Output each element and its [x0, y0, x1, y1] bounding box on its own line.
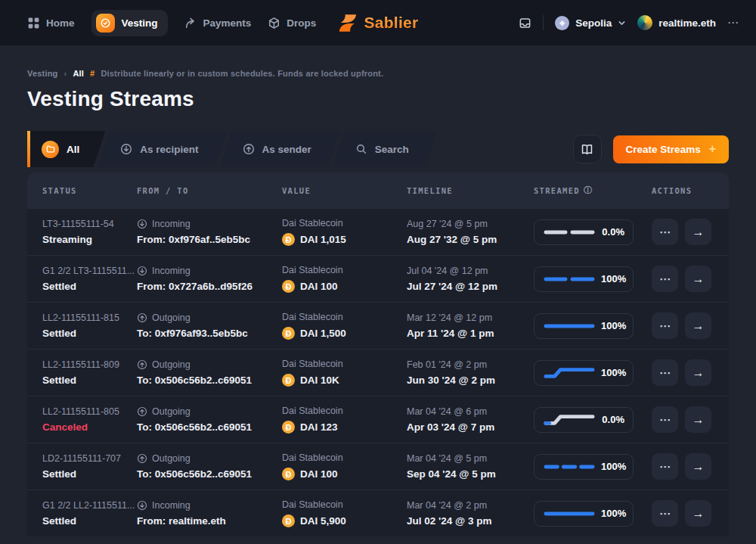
- network-name: Sepolia: [575, 17, 612, 29]
- toolbar: Create Streams +: [573, 135, 729, 163]
- counterparty: To: 0x506c56b2..c69051: [137, 375, 282, 386]
- stream-id: G1 2/2 LL2-1115511...: [42, 500, 137, 511]
- nav-label: Drops: [287, 17, 316, 29]
- table-row[interactable]: LD2-11155111-707 Settled Outgoing To: 0x…: [27, 443, 729, 490]
- row-menu-button[interactable]: ⋯: [652, 219, 678, 245]
- table-row[interactable]: LL2-11155111-815 Settled Outgoing To: 0x…: [27, 302, 729, 349]
- header-status: STATUS: [42, 186, 137, 195]
- breadcrumb-root[interactable]: Vesting: [27, 69, 58, 78]
- tab-search[interactable]: Search: [333, 131, 438, 167]
- streamed-percent: 0.0%: [602, 414, 624, 425]
- row-menu-button[interactable]: ⋯: [652, 453, 678, 480]
- nav-item-drops[interactable]: Drops: [268, 17, 316, 30]
- progress-widget[interactable]: 100%: [534, 360, 634, 386]
- progress-chart: [543, 414, 596, 426]
- create-streams-button[interactable]: Create Streams +: [613, 135, 729, 163]
- from-to-cell: Outgoing To: 0x506c56b2..c69051: [137, 453, 282, 480]
- redirect-arrow-icon: [184, 17, 197, 30]
- row-menu-button[interactable]: ⋯: [652, 266, 678, 292]
- breadcrumb: Vesting › All # Distribute linearly or i…: [27, 69, 729, 78]
- dai-icon: Ð: [282, 374, 295, 387]
- progress-widget[interactable]: 100%: [534, 313, 634, 339]
- nav-item-home[interactable]: Home: [27, 17, 75, 30]
- tab-as-sender[interactable]: As sender: [220, 131, 340, 167]
- counterparty: From: 0x727a6b..d95f26: [137, 281, 282, 292]
- streamed-percent: 100%: [601, 367, 626, 378]
- table-row[interactable]: LL2-11155111-805 Canceled Outgoing To: 0…: [27, 396, 729, 443]
- direction-label: Incoming: [152, 266, 191, 276]
- start-date: Feb 01 '24 @ 2 pm: [407, 359, 534, 370]
- stream-id: LL2-11155111-805: [42, 406, 137, 417]
- value-cell: Dai Stablecoin ÐDAI 100: [282, 265, 407, 293]
- dai-icon: Ð: [282, 233, 295, 246]
- token-name: Dai Stablecoin: [282, 312, 407, 322]
- stream-id: LD2-11155111-707: [42, 453, 137, 464]
- header-from-to: FROM / TO: [137, 186, 282, 195]
- streamed-cell: 0.0%: [534, 407, 652, 433]
- nav-item-vesting[interactable]: Vesting: [91, 10, 168, 36]
- info-icon[interactable]: ⓘ: [584, 185, 593, 196]
- stream-status: Settled: [42, 515, 137, 527]
- docs-book-button[interactable]: [573, 135, 602, 163]
- row-open-button[interactable]: →: [685, 500, 711, 527]
- token-name: Dai Stablecoin: [282, 406, 407, 416]
- header-timeline: TIMELINE: [407, 186, 534, 195]
- start-date: Mar 12 '24 @ 12 pm: [407, 312, 534, 323]
- table-row[interactable]: LL2-11155111-809 Settled Outgoing To: 0x…: [27, 349, 729, 396]
- table-row[interactable]: G1 2/2 LL2-1115511... Settled Incoming F…: [27, 490, 729, 536]
- row-menu-button[interactable]: ⋯: [652, 359, 678, 386]
- token-name: Dai Stablecoin: [282, 452, 407, 463]
- progress-widget[interactable]: 0.0%: [534, 407, 634, 433]
- row-menu-button[interactable]: ⋯: [652, 406, 678, 433]
- tabs: All As recipient As sender Search: [27, 131, 438, 167]
- header-value: VALUE: [282, 186, 407, 195]
- table-row[interactable]: LT3-11155111-54 Streaming Incoming From:…: [27, 208, 729, 255]
- timeline-cell: Mar 04 '24 @ 6 pm Apr 03 '24 @ 7 pm: [407, 406, 534, 433]
- status-cell: LD2-11155111-707 Settled: [42, 453, 137, 480]
- value-cell: Dai Stablecoin ÐDAI 123: [282, 406, 407, 434]
- progress-chart: [543, 273, 596, 285]
- table-row[interactable]: G1 2/2 LT3-1115511... Settled Incoming F…: [27, 255, 729, 302]
- counterparty: From: realtime.eth: [137, 515, 282, 527]
- row-menu-button[interactable]: ⋯: [652, 312, 678, 339]
- amount: DAI 100: [300, 468, 338, 480]
- progress-widget[interactable]: 100%: [534, 266, 634, 292]
- header-streamed: STREAMED ⓘ: [534, 185, 652, 196]
- row-open-button[interactable]: →: [685, 359, 711, 386]
- dai-icon: Ð: [282, 468, 295, 480]
- row-open-button[interactable]: →: [685, 453, 711, 480]
- tab-label: All: [67, 144, 79, 155]
- end-date: Jun 30 '24 @ 2 pm: [407, 375, 534, 386]
- progress-widget[interactable]: 100%: [534, 454, 634, 480]
- row-open-button[interactable]: →: [685, 266, 711, 292]
- actions-cell: ⋯ →: [652, 359, 714, 386]
- amount: DAI 100: [300, 281, 338, 292]
- row-open-button[interactable]: →: [685, 219, 711, 245]
- nav-label: Vesting: [122, 17, 158, 29]
- row-open-button[interactable]: →: [685, 406, 711, 433]
- more-menu-icon[interactable]: ⋯: [727, 16, 739, 30]
- brand-logo[interactable]: Sablier: [337, 13, 418, 33]
- row-open-button[interactable]: →: [685, 312, 711, 339]
- inbox-icon[interactable]: [519, 17, 531, 30]
- tab-as-recipient[interactable]: As recipient: [98, 131, 227, 167]
- streamed-percent: 100%: [601, 320, 626, 331]
- account-menu[interactable]: realtime.eth: [637, 15, 716, 30]
- nav-label: Payments: [203, 17, 252, 29]
- incoming-icon: [137, 266, 147, 276]
- progress-widget[interactable]: 100%: [534, 501, 634, 527]
- breadcrumb-current: All: [73, 69, 84, 78]
- outgoing-icon: [137, 312, 147, 323]
- progress-chart: [543, 461, 596, 473]
- amount: DAI 10K: [300, 375, 339, 386]
- stream-status: Streaming: [42, 234, 137, 245]
- from-to-cell: Incoming From: realtime.eth: [137, 500, 282, 527]
- tab-all[interactable]: All: [27, 131, 105, 167]
- nav-item-payments[interactable]: Payments: [184, 17, 252, 30]
- row-menu-button[interactable]: ⋯: [652, 500, 678, 527]
- network-selector[interactable]: ◆ Sepolia: [555, 16, 626, 30]
- start-date: Mar 04 '24 @ 2 pm: [407, 500, 534, 511]
- outgoing-icon: [137, 406, 147, 417]
- table-header: STATUS FROM / TO VALUE TIMELINE STREAMED…: [27, 173, 729, 208]
- progress-widget[interactable]: 0.0%: [534, 219, 634, 245]
